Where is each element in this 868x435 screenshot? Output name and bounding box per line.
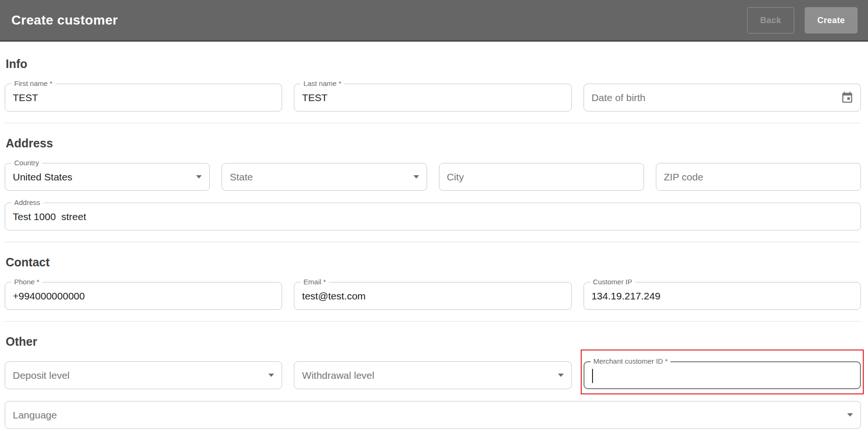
text-cursor — [592, 369, 593, 383]
back-button[interactable]: Back — [747, 7, 794, 34]
language-select[interactable]: Language — [5, 401, 861, 429]
create-button[interactable]: Create — [805, 7, 858, 34]
header-actions: Back Create — [747, 7, 858, 34]
withdrawal-level-select[interactable]: Withdrawal level — [294, 361, 571, 389]
section-info: Info First name * Last name * — [5, 57, 861, 123]
section-contact: Contact Phone * Email * Customer IP — [5, 256, 861, 322]
section-divider — [5, 123, 861, 123]
email-label: Email * — [301, 278, 329, 286]
date-of-birth-input[interactable] — [584, 84, 841, 111]
customer-ip-label: Customer IP — [590, 278, 635, 286]
page-title: Create customer — [11, 13, 118, 28]
section-other: Other Deposit level Withdrawal level Mer… — [5, 335, 861, 429]
email-input[interactable] — [294, 282, 571, 309]
country-select[interactable]: Country United States — [5, 163, 210, 191]
merchant-customer-id-input[interactable] — [584, 362, 860, 388]
country-label: Country — [11, 159, 42, 167]
language-placeholder: Language — [5, 409, 847, 421]
language-row: Language — [5, 401, 861, 429]
withdrawal-level-placeholder: Withdrawal level — [294, 370, 558, 381]
last-name-field: Last name * — [294, 84, 571, 111]
street-address-label: Address — [11, 198, 43, 207]
caret-down-icon — [847, 413, 853, 417]
phone-input[interactable] — [5, 282, 282, 309]
customer-ip-input[interactable] — [584, 282, 860, 309]
first-name-label: First name * — [11, 79, 55, 88]
caret-down-icon — [413, 175, 419, 179]
info-heading: Info — [6, 57, 861, 71]
deposit-level-placeholder: Deposit level — [5, 370, 268, 381]
contact-heading: Contact — [6, 256, 861, 269]
last-name-label: Last name * — [301, 79, 344, 88]
contact-fields-row: Phone * Email * Customer IP — [5, 282, 861, 310]
customer-ip-field: Customer IP — [584, 282, 861, 310]
section-divider — [5, 321, 861, 322]
street-address-field: Address — [5, 203, 861, 230]
merchant-customer-id-field: Merchant customer ID * — [584, 361, 861, 389]
date-of-birth-field — [584, 84, 861, 111]
address-fields-row: Country United States State — [5, 163, 861, 191]
street-address-input[interactable] — [5, 203, 860, 230]
create-customer-form: Info First name * Last name * — [0, 57, 868, 429]
header-bar: Create customer Back Create — [0, 0, 868, 42]
city-input[interactable] — [439, 163, 644, 190]
email-field: Email * — [294, 282, 571, 310]
merchant-customer-id-label: Merchant customer ID * — [591, 357, 671, 366]
street-row: Address — [5, 203, 861, 230]
country-value: United States — [5, 171, 196, 183]
first-name-input[interactable] — [5, 84, 282, 111]
city-field — [439, 163, 644, 191]
zip-code-field — [656, 163, 861, 191]
address-heading: Address — [6, 136, 861, 150]
section-address: Address Country United States State — [5, 136, 861, 242]
section-divider — [5, 242, 861, 242]
other-fields-row: Deposit level Withdrawal level Merchant … — [5, 361, 861, 389]
phone-label: Phone * — [11, 278, 42, 286]
caret-down-icon — [558, 374, 564, 377]
last-name-input[interactable] — [294, 84, 571, 111]
info-fields-row: First name * Last name * — [5, 84, 861, 111]
other-heading: Other — [6, 335, 861, 349]
caret-down-icon — [196, 175, 202, 179]
calendar-icon[interactable] — [841, 91, 854, 104]
state-select[interactable]: State — [222, 163, 427, 191]
state-placeholder: State — [222, 171, 413, 183]
first-name-field: First name * — [5, 84, 282, 111]
phone-field: Phone * — [5, 282, 282, 310]
caret-down-icon — [268, 374, 274, 377]
deposit-level-select[interactable]: Deposit level — [5, 361, 282, 389]
zip-code-input[interactable] — [656, 163, 860, 190]
